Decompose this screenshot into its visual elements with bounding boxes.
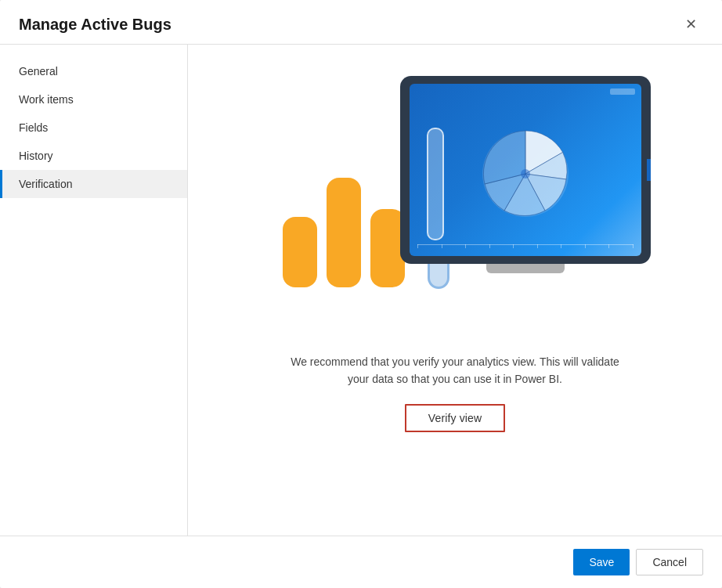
modal-header: Manage Active Bugs ✕ xyxy=(0,0,722,45)
tablet-side-button xyxy=(647,159,651,181)
tablet-illustration xyxy=(400,76,651,280)
modal-body: General Work items Fields History Verifi… xyxy=(0,45,722,536)
tablet-bar-inside xyxy=(427,128,444,240)
description-text: We recommend that you verify your analyt… xyxy=(291,353,619,388)
verify-button-wrapper: Verify view xyxy=(405,404,505,432)
sidebar: General Work items Fields History Verifi… xyxy=(0,45,188,536)
sidebar-item-history[interactable]: History xyxy=(0,142,187,170)
sidebar-item-general[interactable]: General xyxy=(0,57,187,85)
content-area: We recommend that you verify your analyt… xyxy=(188,45,722,536)
tablet-toolbar-button xyxy=(610,88,635,95)
bar-2 xyxy=(327,178,361,287)
modal-dialog: Manage Active Bugs ✕ General Work items … xyxy=(0,0,722,588)
svg-point-1 xyxy=(521,169,530,179)
illustration xyxy=(259,68,651,334)
verify-view-button[interactable]: Verify view xyxy=(405,404,505,432)
tablet-toolbar xyxy=(410,84,641,99)
bar-chart-group xyxy=(283,178,405,287)
bar-1 xyxy=(283,217,317,287)
tablet-tick-marks xyxy=(417,244,634,248)
sidebar-item-verification[interactable]: Verification xyxy=(0,170,187,198)
sidebar-item-fields[interactable]: Fields xyxy=(0,114,187,142)
cancel-button[interactable]: Cancel xyxy=(636,549,703,575)
modal-title: Manage Active Bugs xyxy=(19,16,171,34)
tablet-screen xyxy=(410,84,641,256)
modal-footer: Save Cancel xyxy=(0,536,722,588)
tablet-chart-area xyxy=(410,99,641,256)
sidebar-item-work-items[interactable]: Work items xyxy=(0,85,187,114)
pie-chart xyxy=(475,123,576,225)
save-button[interactable]: Save xyxy=(573,549,630,575)
tablet-stand xyxy=(486,264,565,273)
close-button[interactable]: ✕ xyxy=(679,14,703,34)
tablet-outer xyxy=(400,76,651,264)
